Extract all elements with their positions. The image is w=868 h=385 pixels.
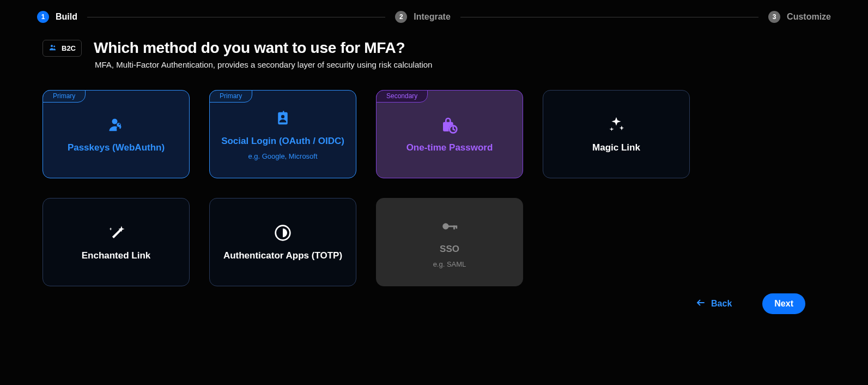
svg-rect-6 <box>448 225 457 227</box>
content: B2C Which method do you want to use for … <box>0 39 868 286</box>
id-badge-icon <box>275 109 291 128</box>
card-tag: Primary <box>43 90 86 103</box>
card-passkeys[interactable]: Primary Passkeys (WebAuthn) <box>43 90 190 178</box>
card-totp[interactable]: Authenticator Apps (TOTP) <box>209 198 356 286</box>
lock-clock-icon <box>441 115 458 135</box>
step-build[interactable]: 1 Build <box>37 11 77 23</box>
card-magic[interactable]: Magic Link <box>543 90 690 178</box>
card-name: SSO <box>440 244 459 255</box>
step-num: 3 <box>768 11 780 23</box>
back-button[interactable]: Back <box>696 298 732 310</box>
card-tag: Primary <box>209 90 252 103</box>
card-otp[interactable]: Secondary One-time Password <box>376 90 523 178</box>
sparkles-icon <box>607 115 626 135</box>
card-name: Passkeys (WebAuthn) <box>68 142 165 153</box>
next-button[interactable]: Next <box>762 293 805 314</box>
card-sso: SSO e.g. SAML <box>376 198 523 286</box>
svg-point-5 <box>442 223 448 229</box>
card-enchanted[interactable]: Enchanted Link <box>43 198 190 286</box>
card-name: One-time Password <box>406 142 493 153</box>
key-icon <box>440 216 459 236</box>
card-sub: e.g. SAML <box>433 260 466 268</box>
step-bar <box>87 17 385 17</box>
page-title: Which method do you want to use for MFA? <box>94 39 405 57</box>
step-num: 1 <box>37 11 49 23</box>
card-name: Magic Link <box>592 142 640 153</box>
svg-point-0 <box>51 45 53 47</box>
step-bar <box>460 17 758 17</box>
step-customize[interactable]: 3 Customize <box>768 11 831 23</box>
back-label: Back <box>711 299 732 309</box>
page-subtitle: MFA, Multi-Factor Authentication, provid… <box>95 60 825 69</box>
b2c-chip: B2C <box>43 40 82 57</box>
timelapse-icon <box>274 223 292 243</box>
header-row: B2C Which method do you want to use for … <box>43 39 825 57</box>
card-tag: Secondary <box>376 90 428 103</box>
svg-rect-7 <box>453 225 455 229</box>
chip-label: B2C <box>62 44 76 52</box>
arrow-left-icon <box>696 298 706 310</box>
step-num: 2 <box>395 11 407 23</box>
cards-grid: Primary Passkeys (WebAuthn) Primary Soci… <box>43 90 825 286</box>
step-integrate[interactable]: 2 Integrate <box>395 11 451 23</box>
card-name: Social Login (OAuth / OIDC) <box>221 136 344 147</box>
step-label: Build <box>56 12 77 22</box>
people-icon <box>48 43 57 53</box>
card-sub: e.g. Google, Microsoft <box>248 152 317 160</box>
card-name: Authenticator Apps (TOTP) <box>223 250 342 261</box>
passkey-icon <box>108 115 124 135</box>
svg-rect-8 <box>456 225 457 228</box>
footer: Back Next <box>696 293 805 314</box>
card-name: Enchanted Link <box>82 250 151 261</box>
svg-point-1 <box>53 45 55 47</box>
svg-point-2 <box>112 119 118 124</box>
wand-icon <box>107 223 125 243</box>
step-label: Customize <box>787 12 831 22</box>
card-social[interactable]: Primary Social Login (OAuth / OIDC) e.g.… <box>209 90 356 178</box>
step-label: Integrate <box>414 12 451 22</box>
stepper: 1 Build 2 Integrate 3 Customize <box>0 0 868 23</box>
